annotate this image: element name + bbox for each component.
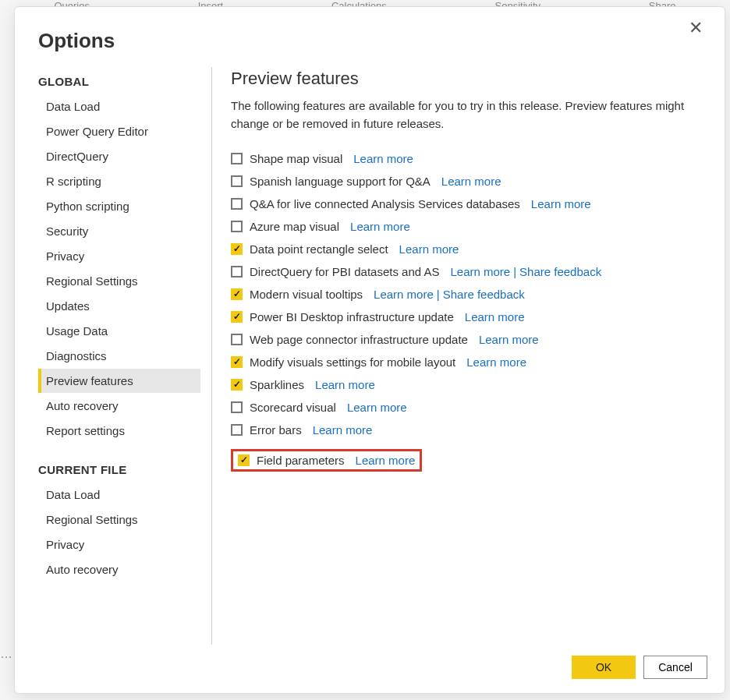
sidebar-item-updates[interactable]: Updates xyxy=(38,294,200,318)
feature-checkbox[interactable] xyxy=(231,288,243,300)
feature-label: Power BI Desktop infrastructure update xyxy=(250,310,454,323)
sidebar-item-privacy[interactable]: Privacy xyxy=(38,244,200,268)
feature-label: Data point rectangle select xyxy=(250,242,388,256)
truncation-dots: … xyxy=(0,647,13,661)
learn-more-link[interactable]: Learn more xyxy=(347,401,407,414)
feature-row: DirectQuery for PBI datasets and ASLearn… xyxy=(231,260,707,283)
feature-label: DirectQuery for PBI datasets and AS xyxy=(250,265,439,278)
sidebar-item-cf-data-load[interactable]: Data Load xyxy=(38,483,200,507)
feature-checkbox[interactable] xyxy=(231,198,243,210)
share-feedback-link[interactable]: Share feedback xyxy=(443,288,525,301)
learn-more-link[interactable]: Learn more xyxy=(356,454,416,467)
feature-row: Field parametersLearn more xyxy=(231,441,707,476)
content-description: The following features are available for… xyxy=(231,97,707,133)
sidebar-item-usage-data[interactable]: Usage Data xyxy=(38,319,200,343)
feature-label: Web page connector infrastructure update xyxy=(250,333,468,346)
sidebar-item-power-query-editor[interactable]: Power Query Editor xyxy=(38,119,200,143)
feature-checkbox[interactable] xyxy=(231,424,243,436)
feature-label: Field parameters xyxy=(257,454,345,467)
feature-checkbox[interactable] xyxy=(231,243,243,255)
learn-more-link[interactable]: Learn more xyxy=(350,220,410,233)
feature-row: Power BI Desktop infrastructure updateLe… xyxy=(231,306,707,328)
dialog-title: Options xyxy=(38,29,115,53)
feature-checkbox[interactable] xyxy=(231,401,243,413)
sidebar-item-security[interactable]: Security xyxy=(38,219,200,243)
section-header-current-file: CURRENT FILE xyxy=(38,455,200,483)
learn-more-link[interactable]: Learn more xyxy=(315,378,375,391)
learn-more-link[interactable]: Learn more xyxy=(531,197,591,210)
feature-checkbox[interactable] xyxy=(231,175,243,187)
feature-row: Spanish language support for Q&ALearn mo… xyxy=(231,170,707,193)
feature-checkbox[interactable] xyxy=(231,153,243,164)
feature-checkbox[interactable] xyxy=(231,379,243,391)
feature-label: Scorecard visual xyxy=(250,401,336,414)
feature-row: Shape map visualLearn more xyxy=(231,147,707,170)
section-header-global: GLOBAL xyxy=(38,67,200,94)
learn-more-link[interactable]: Learn more xyxy=(441,175,501,188)
feature-checkbox[interactable] xyxy=(231,266,243,278)
feature-row: Modern visual tooltipsLearn more|Share f… xyxy=(231,283,707,306)
share-feedback-link[interactable]: Share feedback xyxy=(519,265,601,278)
sidebar-item-cf-regional-settings[interactable]: Regional Settings xyxy=(38,507,200,532)
link-separator: | xyxy=(513,265,516,278)
vertical-divider xyxy=(211,67,212,645)
learn-more-link[interactable]: Learn more xyxy=(313,423,373,437)
sidebar-item-diagnostics[interactable]: Diagnostics xyxy=(38,344,200,368)
sidebar-item-r-scripting[interactable]: R scripting xyxy=(38,169,200,193)
feature-checkbox[interactable] xyxy=(238,454,250,466)
feature-checkbox[interactable] xyxy=(231,334,243,345)
sidebar-item-auto-recovery[interactable]: Auto recovery xyxy=(38,394,200,418)
learn-more-link[interactable]: Learn more xyxy=(450,265,510,278)
feature-row: Error barsLearn more xyxy=(231,419,707,441)
sidebar-item-regional-settings[interactable]: Regional Settings xyxy=(38,269,200,293)
feature-row: Azure map visualLearn more xyxy=(231,215,707,238)
feature-row: SparklinesLearn more xyxy=(231,373,707,396)
feature-label: Q&A for live connected Analysis Services… xyxy=(250,197,520,210)
learn-more-link[interactable]: Learn more xyxy=(479,333,539,346)
feature-label: Spanish language support for Q&A xyxy=(250,175,431,188)
feature-row: Scorecard visualLearn more xyxy=(231,396,707,419)
options-content: Preview features The following features … xyxy=(231,67,707,645)
feature-row: Q&A for live connected Analysis Services… xyxy=(231,193,707,215)
options-dialog: Options ✕ GLOBALData LoadPower Query Edi… xyxy=(14,6,725,694)
sidebar-item-directquery[interactable]: DirectQuery xyxy=(38,144,200,168)
feature-label: Azure map visual xyxy=(250,220,339,233)
sidebar-item-data-load[interactable]: Data Load xyxy=(38,94,200,118)
dialog-footer: OK Cancel xyxy=(38,656,707,679)
feature-label: Modern visual tooltips xyxy=(250,288,363,301)
feature-checkbox[interactable] xyxy=(231,221,243,232)
sidebar-item-cf-privacy[interactable]: Privacy xyxy=(38,532,200,557)
sidebar-item-report-settings[interactable]: Report settings xyxy=(38,419,200,443)
feature-label: Error bars xyxy=(250,423,302,437)
feature-row: Web page connector infrastructure update… xyxy=(231,328,707,351)
sidebar-item-cf-auto-recovery[interactable]: Auto recovery xyxy=(38,557,200,582)
feature-label: Sparklines xyxy=(250,378,304,391)
feature-row: Modify visuals settings for mobile layou… xyxy=(231,351,707,373)
learn-more-link[interactable]: Learn more xyxy=(465,310,525,323)
sidebar-item-python-scripting[interactable]: Python scripting xyxy=(38,194,200,218)
sidebar-item-preview-features[interactable]: Preview features xyxy=(38,369,200,393)
learn-more-link[interactable]: Learn more xyxy=(399,242,459,256)
learn-more-link[interactable]: Learn more xyxy=(353,152,413,165)
feature-checkbox[interactable] xyxy=(231,356,243,368)
learn-more-link[interactable]: Learn more xyxy=(374,288,434,301)
highlight-box: Field parametersLearn more xyxy=(231,449,422,472)
feature-checkbox[interactable] xyxy=(231,311,243,323)
learn-more-link[interactable]: Learn more xyxy=(466,355,526,369)
feature-row: Data point rectangle selectLearn more xyxy=(231,238,707,260)
feature-label: Shape map visual xyxy=(250,152,342,165)
options-sidebar[interactable]: GLOBALData LoadPower Query EditorDirectQ… xyxy=(38,67,202,645)
link-separator: | xyxy=(437,288,440,301)
close-icon[interactable]: ✕ xyxy=(684,18,707,38)
feature-label: Modify visuals settings for mobile layou… xyxy=(250,355,455,369)
content-title: Preview features xyxy=(231,69,707,89)
cancel-button[interactable]: Cancel xyxy=(643,656,707,679)
ok-button[interactable]: OK xyxy=(572,656,636,679)
